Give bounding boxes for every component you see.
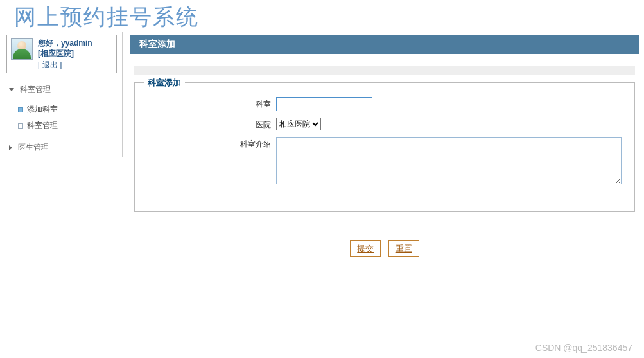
user-box: 您好，yyadmin [相应医院] [ 退出 ] [6, 35, 117, 73]
nav-item-manage-dept[interactable]: 科室管理 [18, 118, 122, 134]
nav-group-dept[interactable]: 科室管理 [0, 80, 122, 99]
square-icon [18, 123, 23, 129]
user-greeting: 您好， [38, 39, 61, 48]
dept-add-fieldset: 科室添加 科室 医院 相应医院 科室介绍 [134, 82, 635, 212]
submit-button[interactable]: 提交 [350, 240, 381, 257]
square-icon [18, 107, 23, 112]
dept-label: 科室 [148, 97, 276, 110]
nav: 科室管理 添加科室 科室管理 医生管理 [0, 80, 122, 157]
avatar [11, 38, 33, 60]
user-hospital: [相应医院] [38, 48, 92, 58]
nav-group-label: 科室管理 [20, 85, 51, 94]
logout-link[interactable]: [ 退出 ] [38, 60, 62, 69]
user-info: 您好，yyadmin [相应医院] [ 退出 ] [38, 38, 92, 70]
button-row: 提交 重置 [130, 219, 639, 264]
hospital-select[interactable]: 相应医院 [276, 118, 321, 130]
nav-item-label: 科室管理 [27, 120, 58, 131]
page-title: 科室添加 [130, 35, 639, 54]
chevron-down-icon [9, 88, 14, 91]
hospital-label: 医院 [148, 118, 276, 130]
intro-textarea[interactable] [276, 137, 622, 184]
nav-group-label: 医生管理 [18, 143, 49, 152]
main-content: 科室添加 科室添加 科室 医院 相应医院 科室介绍 提交 重置 [123, 32, 644, 264]
nav-item-label: 添加科室 [27, 104, 58, 115]
intro-label: 科室介绍 [148, 137, 276, 150]
nav-item-add-dept[interactable]: 添加科室 [18, 102, 122, 118]
dept-input[interactable] [276, 97, 372, 111]
nav-group-doctor[interactable]: 医生管理 [0, 138, 122, 157]
sidebar: 您好，yyadmin [相应医院] [ 退出 ] 科室管理 添加科室 科室管理 [0, 32, 123, 157]
chevron-right-icon [9, 145, 12, 150]
watermark: CSDN @qq_251836457 [535, 343, 632, 353]
user-name: yyadmin [61, 39, 92, 48]
toolbar-placeholder [134, 66, 635, 75]
fieldset-legend: 科室添加 [144, 77, 185, 89]
app-title: 网上预约挂号系统 [0, 0, 644, 32]
reset-button[interactable]: 重置 [388, 240, 419, 257]
